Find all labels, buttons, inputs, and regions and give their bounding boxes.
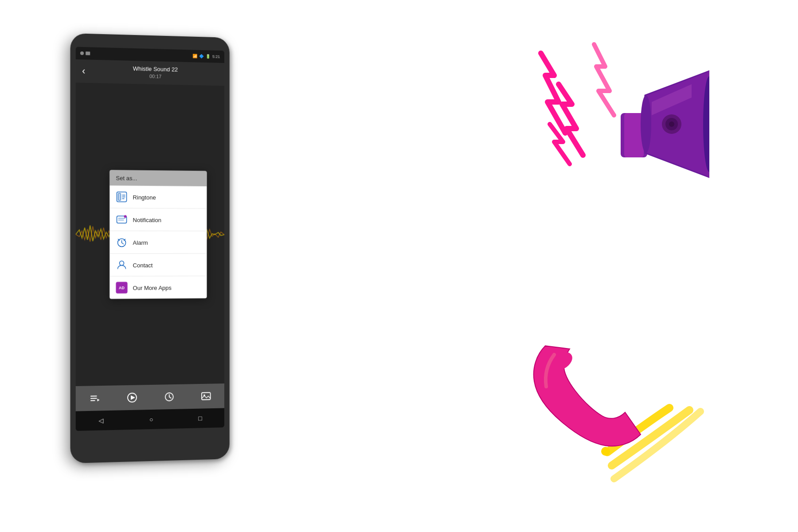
android-nav-bar: ◁ ○ □: [76, 408, 224, 431]
scene: 📶 🔷 🔋 5:21 ‹ Whistle Sound 22 00:17: [0, 0, 798, 532]
time-display: 5:21: [212, 55, 220, 59]
phone-screen: 📶 🔷 🔋 5:21 ‹ Whistle Sound 22 00:17: [76, 47, 224, 431]
back-button[interactable]: ‹: [82, 65, 85, 77]
bottom-tab-bar: [76, 383, 224, 411]
top-bar: ‹ Whistle Sound 22 00:17: [76, 59, 224, 86]
notification-menu-item[interactable]: Notification: [110, 208, 207, 231]
svg-rect-1: [118, 193, 121, 200]
ringtone-menu-item[interactable]: Ringtone: [110, 186, 207, 209]
screen-content: Set as... Ringtone: [76, 82, 224, 386]
more-apps-menu-item[interactable]: AD Our More Apps: [110, 276, 207, 299]
play-tab-button[interactable]: [123, 388, 141, 407]
bluetooth-status-icon: 🔷: [199, 54, 204, 59]
svg-line-12: [122, 243, 124, 244]
svg-marker-21: [131, 395, 135, 400]
svg-point-34: [669, 121, 674, 127]
status-left-icons: [80, 51, 90, 55]
top-bar-title: Whistle Sound 22 00:17: [92, 64, 219, 81]
svg-point-15: [119, 261, 124, 266]
circle-status-icon: [80, 51, 84, 55]
notification-icon: [116, 214, 127, 225]
popup-menu: Set as... Ringtone: [110, 170, 207, 299]
svg-point-9: [124, 215, 127, 218]
alarm-icon: [116, 236, 127, 248]
svg-line-24: [169, 397, 171, 398]
back-nav-button[interactable]: ◁: [99, 417, 104, 424]
wifi-status-icon: 📶: [193, 54, 198, 58]
image-tab-button[interactable]: [197, 387, 215, 405]
phone-wrapper: 📶 🔷 🔋 5:21 ‹ Whistle Sound 22 00:17: [71, 35, 239, 479]
square-status-icon: [86, 51, 90, 55]
recent-nav-button[interactable]: □: [198, 415, 202, 422]
svg-point-35: [601, 447, 610, 456]
ringtone-icon: [116, 191, 127, 203]
megaphone-illustration: [514, 27, 709, 239]
ringtone-label: Ringtone: [133, 194, 156, 200]
history-tab-button[interactable]: [160, 388, 178, 406]
alarm-label: Alarm: [133, 239, 148, 246]
svg-point-29: [641, 95, 651, 153]
ringtone-illustration: [519, 328, 705, 497]
svg-rect-25: [202, 392, 211, 399]
alarm-menu-item[interactable]: Alarm: [110, 231, 207, 254]
contact-label: Contact: [133, 262, 153, 268]
svg-marker-19: [97, 399, 99, 401]
status-right-icons: 📶 🔷 🔋 5:21: [193, 54, 220, 59]
notification-label: Notification: [133, 216, 161, 223]
contact-icon: [116, 259, 127, 271]
home-nav-button[interactable]: ○: [149, 416, 153, 423]
playlist-tab-button[interactable]: [86, 389, 103, 407]
popup-header: Set as...: [110, 170, 207, 187]
more-apps-label: Our More Apps: [133, 284, 172, 291]
phone-device: 📶 🔷 🔋 5:21 ‹ Whistle Sound 22 00:17: [70, 33, 230, 463]
battery-status-icon: 🔋: [206, 54, 211, 59]
ad-icon: AD: [116, 282, 127, 293]
contact-menu-item[interactable]: Contact: [110, 254, 207, 276]
